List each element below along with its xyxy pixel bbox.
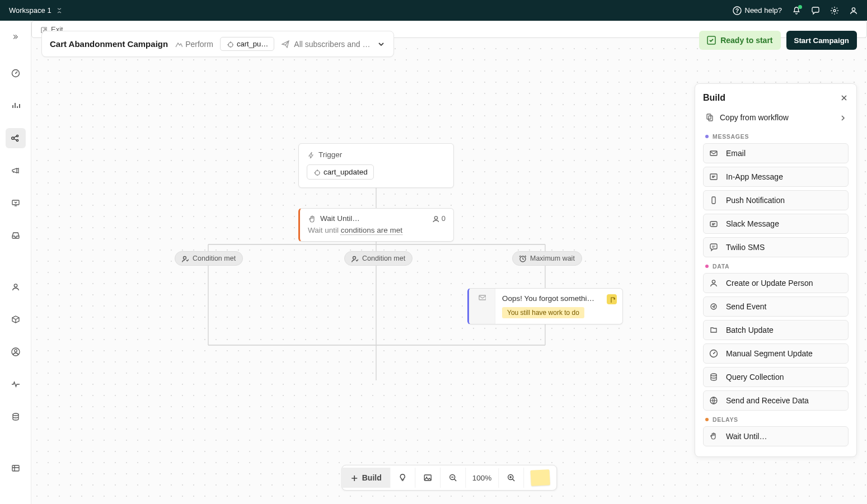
copy-from-workflow[interactable]: Copy from workflow	[703, 110, 849, 128]
user-check-icon	[350, 255, 358, 262]
action-slack[interactable]: Slack Message	[703, 214, 849, 234]
audience-selector[interactable]: All subscribers and …	[281, 40, 370, 49]
wait-description: Wait until conditions are met	[308, 226, 446, 234]
bars-icon	[11, 101, 20, 110]
trigger-node[interactable]: Trigger cart_updated	[298, 143, 454, 188]
gear-icon	[830, 6, 839, 15]
conditions-link[interactable]: conditions are met	[341, 226, 402, 234]
nav-dashboard[interactable]	[6, 63, 26, 83]
trigger-prefix: Perform	[175, 40, 213, 49]
action-webhook[interactable]: Send and Receive Data	[703, 390, 849, 411]
slack-icon	[709, 219, 718, 228]
sidebar	[0, 21, 31, 504]
clock-icon	[518, 255, 526, 262]
trigger-chip[interactable]: cart_pu…	[220, 37, 274, 51]
image-button[interactable]	[415, 468, 440, 488]
nav-inbox[interactable]	[6, 225, 26, 246]
build-button[interactable]: Build	[342, 468, 390, 488]
campaign-title: Cart Abandonment Campaign	[50, 39, 168, 49]
campaign-header: Cart Abandonment Campaign Perform cart_p…	[41, 31, 394, 57]
message-node[interactable]: Oops! You forgot somethin… You still hav…	[467, 288, 623, 324]
bolt-icon	[307, 151, 314, 158]
zoom-level[interactable]: 100%	[466, 468, 499, 488]
workspace-label: Workspace 1	[9, 6, 51, 15]
need-help-link[interactable]: Need help?	[733, 6, 782, 15]
user-icon	[709, 279, 718, 288]
pulse-icon	[11, 380, 20, 389]
sticky-note-button[interactable]	[524, 465, 556, 490]
batch-icon	[709, 326, 718, 335]
database-icon	[709, 373, 718, 381]
profile-button[interactable]	[849, 6, 858, 15]
zoom-in-icon	[507, 473, 515, 482]
nav-analytics[interactable]	[6, 96, 26, 116]
sidebar-expand[interactable]	[6, 29, 26, 49]
flow-icon	[11, 134, 20, 143]
image-icon	[423, 473, 432, 482]
action-send-event[interactable]: Send Event	[703, 296, 849, 317]
action-email[interactable]: Email	[703, 143, 849, 163]
nav-objects[interactable]	[6, 309, 26, 329]
wait-node[interactable]: Wait Until… 0 Wait until conditions are …	[298, 208, 454, 242]
action-batch[interactable]: Batch Update	[703, 320, 849, 340]
copy-icon	[705, 113, 714, 122]
branch-condition-2[interactable]: Condition met	[344, 251, 413, 266]
globe-icon	[709, 396, 718, 405]
action-sms[interactable]: Twilio SMS	[703, 237, 849, 257]
section-data: DATA	[705, 263, 849, 270]
nav-broadcasts[interactable]	[6, 161, 26, 181]
inbox-icon	[11, 231, 20, 240]
sticky-note-icon	[531, 469, 550, 486]
nav-collections[interactable]	[6, 458, 26, 478]
notification-dot	[798, 5, 802, 9]
topbar: Workspace 1 Need help?	[0, 0, 867, 21]
section-messages: MESSAGES	[705, 133, 849, 140]
build-panel: Build Copy from workflow MESSAGES Email …	[695, 83, 857, 457]
expand-icon	[11, 34, 20, 43]
nav-data[interactable]	[6, 407, 26, 427]
zoom-in-button[interactable]	[499, 468, 524, 488]
start-campaign-button[interactable]: Start Campaign	[786, 31, 857, 50]
nav-deliveries[interactable]	[6, 193, 26, 213]
mail-icon	[478, 293, 486, 301]
sms-icon	[709, 243, 718, 252]
hand-icon	[308, 215, 316, 223]
message-thumbnail	[469, 289, 495, 324]
section-delays: DELAYS	[705, 416, 849, 423]
table-icon	[11, 464, 20, 473]
nav-people[interactable]	[6, 277, 26, 297]
nav-activity[interactable]	[6, 374, 26, 394]
action-query[interactable]: Query Collection	[703, 367, 849, 387]
database-icon	[11, 412, 20, 421]
gauge-icon	[709, 349, 718, 358]
cube-icon	[11, 315, 20, 324]
action-push[interactable]: Push Notification	[703, 190, 849, 210]
workspace-selector[interactable]: Workspace 1	[9, 6, 62, 15]
bulb-icon	[398, 473, 407, 482]
branch-condition-1[interactable]: Condition met	[175, 251, 243, 266]
tips-button[interactable]	[390, 468, 415, 488]
inapp-icon	[709, 172, 718, 181]
action-wait[interactable]: Wait Until…	[703, 426, 849, 446]
branch-max-wait[interactable]: Maximum wait	[512, 251, 582, 266]
chat-button[interactable]	[811, 6, 820, 15]
nav-segments[interactable]	[6, 342, 26, 362]
nav-campaigns[interactable]	[6, 128, 26, 148]
close-icon[interactable]	[840, 93, 849, 102]
action-segment[interactable]: Manual Segment Update	[703, 343, 849, 364]
action-create-person[interactable]: Create or Update Person	[703, 273, 849, 293]
workflow-canvas[interactable]: Cart Abandonment Campaign Perform cart_p…	[31, 21, 867, 504]
target-icon	[226, 40, 233, 48]
notifications-button[interactable]	[792, 6, 801, 15]
draft-badge	[607, 294, 617, 304]
zoom-out-button[interactable]	[440, 468, 466, 488]
user-check-icon	[181, 255, 189, 262]
action-inapp[interactable]: In-App Message	[703, 167, 849, 187]
selector-icon	[55, 6, 62, 15]
help-icon	[733, 6, 742, 15]
mail-icon	[709, 149, 718, 158]
settings-button[interactable]	[830, 6, 839, 15]
hand-icon	[709, 432, 718, 441]
send-event-icon	[709, 302, 718, 311]
chevron-down-icon[interactable]	[377, 40, 386, 49]
